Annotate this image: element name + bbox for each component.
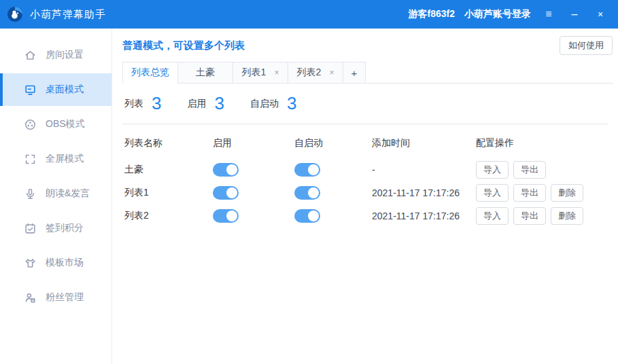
tshirt-icon	[24, 257, 37, 270]
plus-icon: +	[351, 67, 358, 79]
sidebar: 房间设置 桌面模式 OBS模式	[0, 29, 112, 364]
guest-account-label[interactable]: 游客f863f2	[409, 8, 455, 20]
column-header-name: 列表名称	[124, 137, 213, 149]
stat-value: 3	[287, 93, 296, 114]
toggle-knob	[308, 187, 319, 198]
autostart-toggle[interactable]	[294, 163, 320, 177]
page-title: 普通模式，可设置多个列表	[122, 39, 245, 52]
import-button[interactable]: 导入	[476, 161, 509, 179]
main-panel: 普通模式，可设置多个列表 如何使用 列表总览 土豪 列表1 × 列表2 ×	[112, 29, 618, 364]
column-header-actions: 配置操作	[476, 137, 608, 149]
add-tab-button[interactable]: +	[343, 62, 366, 84]
tab-label: 列表2	[297, 67, 322, 79]
tab-list-overview[interactable]: 列表总览	[122, 62, 178, 84]
stat-label: 列表	[124, 98, 143, 110]
delete-button[interactable]: 删除	[551, 184, 583, 202]
fans-icon	[24, 291, 37, 304]
app-title: 小葫芦弹幕助手	[30, 8, 106, 21]
import-button[interactable]: 导入	[476, 184, 509, 202]
sidebar-item-label: 模板市场	[46, 257, 84, 269]
list-name: 列表1	[124, 187, 213, 199]
column-header-enabled: 启用	[213, 137, 294, 149]
autostart-toggle[interactable]	[294, 186, 320, 200]
enabled-toggle[interactable]	[213, 186, 239, 200]
sidebar-item-label: OBS模式	[46, 118, 85, 130]
stat-enabled: 启用 3	[187, 93, 224, 114]
fullscreen-icon	[24, 153, 37, 166]
stat-label: 启用	[187, 98, 206, 110]
app-window: 小葫芦弹幕助手 游客f863f2 小葫芦账号登录 ≡ – × 房间设置 桌面模式	[0, 0, 618, 364]
stat-label: 自启动	[250, 98, 279, 110]
desktop-icon	[24, 84, 37, 96]
titlebar: 小葫芦弹幕助手 游客f863f2 小葫芦账号登录 ≡ – ×	[0, 0, 618, 29]
obs-icon	[24, 118, 37, 131]
stat-value: 3	[214, 93, 224, 114]
tab-label: 列表总览	[131, 67, 169, 79]
sidebar-item-fans-management[interactable]: 粉丝管理	[0, 281, 111, 314]
enabled-toggle[interactable]	[213, 209, 239, 223]
sidebar-item-read-speak[interactable]: 朗读&发言	[0, 177, 111, 210]
table-row: 列表1 2021-11-17 17:17:26 导入 导出 删除	[122, 181, 608, 204]
calendar-check-icon	[24, 222, 37, 235]
stat-value: 3	[152, 93, 161, 114]
toggle-knob	[308, 164, 319, 175]
close-tab-icon[interactable]: ×	[274, 69, 279, 77]
tab-tuhao[interactable]: 土豪	[178, 62, 233, 84]
tab-bar: 列表总览 土豪 列表1 × 列表2 × +	[122, 62, 613, 84]
toggle-knob	[226, 164, 237, 175]
close-tab-icon[interactable]: ×	[329, 69, 334, 77]
table-row: 列表2 2021-11-17 17:17:26 导入 导出 删除	[122, 204, 608, 228]
tab-label: 列表1	[242, 67, 267, 79]
stat-autostart: 自启动 3	[250, 93, 296, 114]
tab-label: 土豪	[196, 67, 215, 79]
import-button[interactable]: 导入	[476, 207, 509, 225]
app-logo-icon	[7, 6, 23, 22]
stats-row: 列表 3 启用 3 自启动 3	[122, 84, 608, 124]
close-icon[interactable]: ×	[592, 6, 608, 22]
home-icon	[24, 49, 37, 62]
added-time: -	[372, 164, 476, 175]
added-time: 2021-11-17 17:17:26	[372, 211, 476, 221]
sidebar-item-label: 朗读&发言	[46, 187, 90, 200]
sidebar-item-signin-points[interactable]: 签到积分	[0, 212, 111, 244]
toggle-knob	[226, 187, 237, 198]
tab-list2[interactable]: 列表2 ×	[288, 62, 343, 84]
microphone-icon	[24, 187, 37, 200]
export-button[interactable]: 导出	[513, 184, 546, 202]
added-time: 2021-11-17 17:17:26	[372, 187, 476, 198]
menu-icon[interactable]: ≡	[540, 6, 557, 22]
column-header-added-time: 添加时间	[372, 137, 476, 149]
autostart-toggle[interactable]	[294, 209, 320, 223]
minimize-icon[interactable]: –	[566, 6, 583, 22]
sidebar-item-label: 签到积分	[46, 222, 84, 234]
toggle-knob	[226, 211, 237, 221]
sidebar-item-label: 全屏模式	[46, 153, 84, 165]
export-button[interactable]: 导出	[513, 207, 546, 225]
sidebar-item-fullscreen-mode[interactable]: 全屏模式	[0, 143, 111, 175]
export-button[interactable]: 导出	[513, 161, 546, 179]
sidebar-item-label: 桌面模式	[46, 84, 84, 96]
row-actions: 导入 导出	[476, 161, 608, 179]
sidebar-item-label: 房间设置	[46, 49, 84, 61]
how-to-use-button[interactable]: 如何使用	[560, 36, 613, 55]
tab-list1[interactable]: 列表1 ×	[233, 62, 288, 84]
table-header: 列表名称 启用 自启动 添加时间 配置操作	[122, 124, 608, 158]
table-row: 土豪 - 导入 导出	[122, 158, 608, 181]
row-actions: 导入 导出 删除	[476, 184, 608, 202]
enabled-toggle[interactable]	[213, 163, 239, 177]
column-header-autostart: 自启动	[294, 137, 372, 149]
sidebar-item-room-settings[interactable]: 房间设置	[0, 39, 111, 71]
sidebar-item-label: 粉丝管理	[46, 291, 84, 304]
list-name: 列表2	[124, 210, 213, 222]
toggle-knob	[308, 211, 319, 221]
account-login-link[interactable]: 小葫芦账号登录	[464, 8, 531, 20]
stat-lists: 列表 3	[124, 93, 161, 114]
sidebar-item-template-market[interactable]: 模板市场	[0, 247, 111, 279]
list-name: 土豪	[124, 164, 213, 176]
row-actions: 导入 导出 删除	[476, 207, 608, 225]
page-header: 普通模式，可设置多个列表 如何使用	[122, 35, 613, 56]
delete-button[interactable]: 删除	[551, 207, 583, 225]
sidebar-item-desktop-mode[interactable]: 桌面模式	[0, 73, 111, 106]
sidebar-item-obs-mode[interactable]: OBS模式	[0, 108, 111, 141]
